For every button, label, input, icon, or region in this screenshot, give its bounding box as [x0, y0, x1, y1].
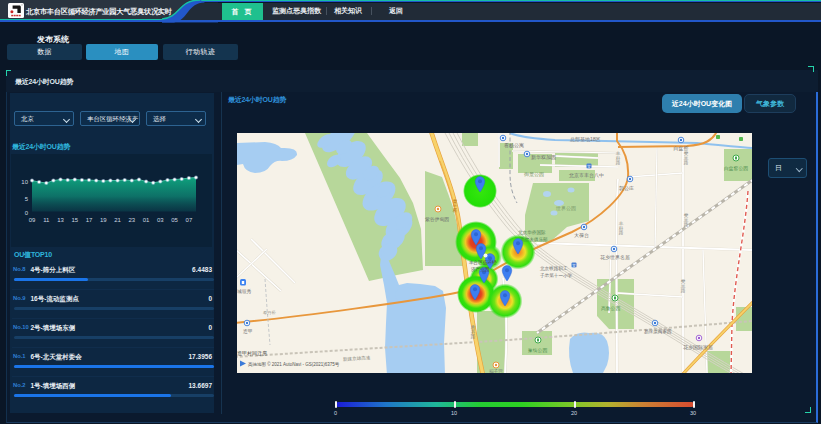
svg-text:城垣秀: 城垣秀 — [237, 288, 252, 294]
svg-text:文: 文 — [572, 263, 576, 268]
svg-text:世界公园: 世界公园 — [555, 205, 576, 212]
svg-text:路: 路 — [616, 160, 621, 165]
svg-text:丰台区循环经: 丰台区循环经 — [469, 259, 497, 266]
svg-text:看丹桥: 看丹桥 — [263, 310, 276, 315]
svg-text:看杨公寓: 看杨公寓 — [504, 142, 524, 149]
svg-text:北京铁路职工: 北京铁路职工 — [540, 265, 568, 272]
svg-text:郭公庄: 郭公庄 — [619, 185, 634, 192]
svg-text:白盆窑公园: 白盆窑公园 — [724, 165, 748, 171]
svg-text:豫缤公园: 豫缤公园 — [528, 347, 547, 353]
svg-text:子弟第十一小学: 子弟第十一小学 — [540, 273, 573, 278]
svg-text:福子营: 福子营 — [489, 369, 503, 373]
svg-text:路: 路 — [681, 288, 686, 293]
svg-text:新华双加园: 新华双加园 — [531, 154, 556, 161]
svg-text:高德地图 © 2021 AutoNavi - GS(2021: 高德地图 © 2021 AutoNavi - GS(2021)6375号 — [248, 361, 340, 367]
svg-text:路: 路 — [471, 334, 476, 339]
svg-text:桥: 桥 — [452, 208, 458, 213]
svg-text:造甲: 造甲 — [243, 329, 253, 334]
svg-text:路: 路 — [684, 222, 689, 227]
svg-text:北京市丰台八中: 北京市丰台八中 — [569, 172, 604, 179]
svg-text:造甲村回迁房: 造甲村回迁房 — [237, 350, 267, 357]
svg-text:高鲁公园: 高鲁公园 — [601, 305, 620, 312]
svg-text:花乡国际家居: 花乡国际家居 — [683, 344, 713, 351]
svg-text:花乡世界名居: 花乡世界名居 — [600, 254, 630, 261]
svg-text:路: 路 — [619, 230, 624, 235]
svg-text:大葆台: 大葆台 — [574, 232, 589, 238]
svg-text:白盆窑: 白盆窑 — [674, 145, 689, 152]
svg-text:御景公园: 御景公园 — [524, 171, 544, 178]
svg-text:文: 文 — [587, 164, 591, 169]
svg-text:路: 路 — [684, 160, 689, 165]
svg-text:总部基地18区: 总部基地18区 — [570, 136, 601, 143]
